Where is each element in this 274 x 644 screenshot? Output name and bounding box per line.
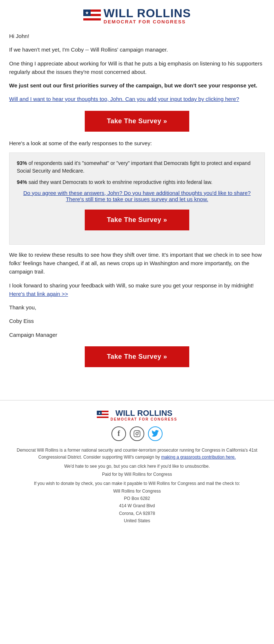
footer-logo: ★ WILL ROLLINS DEMOCRAT FOR CONGRESS: [97, 409, 178, 421]
check-address-line5: United States: [124, 518, 150, 523]
svg-rect-11: [97, 415, 109, 417]
svg-text:★: ★: [98, 411, 100, 415]
survey-btn-wrap-3: Take The Survey »: [9, 346, 265, 367]
take-survey-button-2[interactable]: Take The Survey »: [85, 210, 189, 230]
check-address-line3: 414 W Grand Blvd: [119, 503, 155, 508]
paid-for: Paid for by Will Rollins for Congress: [7, 472, 267, 477]
take-survey-button-1[interactable]: Take The Survey »: [85, 111, 189, 132]
check-address-line2: PO Box 6282: [124, 496, 150, 501]
email-footer: ★ WILL ROLLINS DEMOCRAT FOR CONGRESS f: [0, 400, 274, 532]
survey-btn-wrap-1: Take The Survey »: [9, 111, 265, 132]
stat-survey-link[interactable]: Do you agree with these answers, John? D…: [23, 190, 251, 202]
svg-text:★: ★: [85, 11, 89, 15]
unsubscribe-text: We'd hate to see you go, but you can cli…: [7, 464, 267, 469]
para4: Will and I want to hear your thoughts to…: [9, 95, 265, 103]
para7: Thank you,: [9, 303, 265, 312]
check-address-line4: Corona, CA 92878: [119, 511, 155, 516]
unsubscribe-link[interactable]: We'd hate to see you go, but you can cli…: [64, 464, 210, 469]
spacer: [9, 374, 265, 396]
facebook-icon[interactable]: f: [111, 426, 126, 441]
svg-rect-13: [97, 418, 109, 419]
email-header: ★ WILL ROLLINS DEMOCRAT FOR CONGRESS: [0, 0, 274, 28]
stat-link-block: Do you agree with these answers, John? D…: [17, 190, 257, 202]
stat1-text: of respondents said it's "somewhat" or "…: [17, 160, 251, 174]
stat1-pct: 93%: [17, 160, 27, 166]
survey-link-1[interactable]: Will and I want to hear your thoughts to…: [9, 96, 239, 102]
svg-point-17: [136, 432, 138, 435]
svg-rect-3: [83, 16, 101, 18]
footer-logo-subtitle: DEMOCRAT FOR CONGRESS: [111, 417, 178, 421]
footer-disclaimer: Democrat Will Rollins is a former nation…: [7, 447, 267, 461]
email-container: ★ WILL ROLLINS DEMOCRAT FOR CONGRESS Hi …: [0, 0, 274, 532]
para6-link[interactable]: Here's that link again >>: [9, 291, 68, 297]
signature-title: Campaign Manager: [9, 331, 265, 339]
para1: If we haven't met yet, I'm Coby -- Will …: [9, 45, 265, 54]
stat2-pct: 94%: [17, 179, 27, 185]
para6: I look forward to sharing your feedback …: [9, 281, 265, 298]
stats-box: 93% of respondents said it's "somewhat" …: [9, 152, 265, 245]
para6-start: I look forward to sharing your feedback …: [9, 282, 254, 289]
grassroots-link[interactable]: making a grassroots contribution here.: [161, 455, 236, 460]
para3: We just sent out our first priorities su…: [9, 81, 265, 90]
header-logo: ★ WILL ROLLINS DEMOCRAT FOR CONGRESS: [83, 7, 191, 25]
para3-text: We just sent out our first priorities su…: [9, 82, 257, 88]
early-responses-intro: Here's a look at some of the early respo…: [9, 139, 265, 147]
flag-icon: ★: [83, 10, 101, 23]
para5: We like to review these results to see h…: [9, 251, 265, 276]
instagram-icon[interactable]: [130, 426, 144, 441]
greeting: Hi John!: [9, 32, 265, 40]
svg-rect-4: [83, 18, 101, 20]
twitter-icon[interactable]: [148, 426, 163, 441]
social-icons: f: [7, 426, 267, 441]
svg-rect-12: [97, 417, 109, 418]
para2: One thing I appreciate about working for…: [9, 59, 265, 76]
footer-logo-text: WILL ROLLINS DEMOCRAT FOR CONGRESS: [111, 409, 178, 421]
logo-name: WILL ROLLINS: [104, 7, 191, 19]
svg-rect-16: [134, 430, 140, 437]
check-info-text: If you wish to donate by check, you can …: [34, 481, 240, 486]
signature-name: Coby Eiss: [9, 317, 265, 325]
svg-point-18: [138, 432, 139, 432]
logo-subtitle: DEMOCRAT FOR CONGRESS: [104, 19, 191, 25]
logo-text: WILL ROLLINS DEMOCRAT FOR CONGRESS: [104, 7, 191, 25]
survey-btn-wrap-2: Take The Survey »: [17, 210, 257, 230]
check-info: If you wish to donate by check, you can …: [7, 480, 267, 524]
stat1: 93% of respondents said it's "somewhat" …: [17, 159, 257, 175]
footer-flag-icon: ★: [97, 411, 109, 419]
stat2: 94% said they want Democrats to work to …: [17, 178, 257, 186]
take-survey-button-3[interactable]: Take The Survey »: [85, 346, 189, 367]
stat2-text: said they want Democrats to work to ensh…: [27, 179, 212, 185]
svg-rect-5: [83, 20, 101, 23]
footer-logo-name: WILL ROLLINS: [111, 409, 178, 417]
email-body: Hi John! If we haven't met yet, I'm Coby…: [0, 28, 274, 400]
check-address-line1: Will Rollins for Congress: [113, 489, 161, 494]
